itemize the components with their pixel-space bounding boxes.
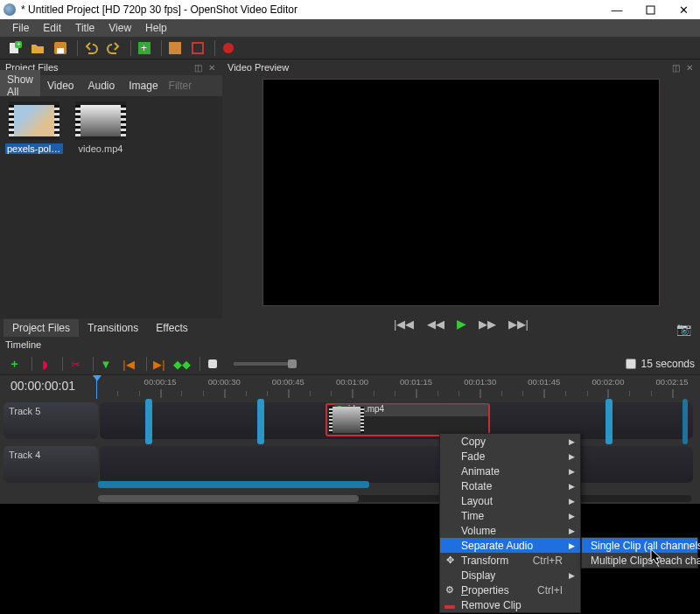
redo-button[interactable] xyxy=(104,39,123,57)
timeline-current-time: 00:00:00:01 xyxy=(10,379,75,393)
new-project-button[interactable]: + xyxy=(5,39,24,57)
app-icon xyxy=(4,3,16,16)
menu-item-label: Remove Clip xyxy=(461,599,522,611)
track-lane[interactable] xyxy=(100,446,693,483)
menu-view[interactable]: View xyxy=(102,20,138,36)
context-menu-item[interactable]: Rotate▶ xyxy=(440,478,580,493)
main-toolbar: + + xyxy=(0,37,700,59)
context-menu-item[interactable]: Display▶ xyxy=(440,568,580,583)
project-file-item[interactable]: video.mp4 xyxy=(72,101,130,154)
context-menu-item[interactable]: Remove Clip xyxy=(440,597,580,612)
marker-icon[interactable] xyxy=(682,399,688,444)
camera-icon[interactable]: 📷 xyxy=(676,322,691,336)
filter-image-tab[interactable]: Image xyxy=(122,76,164,95)
clip-thumbnail xyxy=(329,407,364,433)
menu-file[interactable]: File xyxy=(5,20,36,36)
track-label[interactable]: Track 4 xyxy=(4,446,98,483)
rewind-button[interactable]: ◀◀ xyxy=(427,317,444,331)
filter-audio-tab[interactable]: Audio xyxy=(81,76,122,95)
video-preview-panel: |◀◀ ◀◀ ▶ ▶▶ ▶▶| xyxy=(222,75,700,338)
jump-end-button[interactable]: ▶▶| xyxy=(508,317,528,331)
marker-icon[interactable] xyxy=(257,399,264,444)
save-project-button[interactable] xyxy=(51,39,70,57)
context-menu-item[interactable]: Separate Audio▶ xyxy=(440,538,580,553)
marker-icon[interactable] xyxy=(145,399,152,444)
menu-edit[interactable]: Edit xyxy=(36,20,68,36)
tab-effects[interactable]: Effects xyxy=(147,319,196,337)
fullscreen-button[interactable] xyxy=(188,39,207,57)
marker-icon[interactable] xyxy=(606,399,612,444)
ruler-tick: 00:02:15 xyxy=(656,377,689,387)
fast-forward-button[interactable]: ▶▶ xyxy=(479,317,496,331)
thumbnail-label: video.mp4 xyxy=(72,143,130,154)
play-button[interactable]: ▶ xyxy=(457,317,466,331)
video-preview-area[interactable] xyxy=(262,79,660,306)
import-files-button[interactable]: + xyxy=(135,39,154,57)
menubar: File Edit Title View Help xyxy=(0,19,700,37)
ruler-tick: 00:02:00 xyxy=(592,377,624,387)
snap-button[interactable]: ◗ xyxy=(36,356,53,372)
context-submenu-item[interactable]: Single Clip (all channels) xyxy=(582,538,697,553)
next-marker-button[interactable]: ▶| xyxy=(150,356,168,372)
clip-context-menu: Copy▶Fade▶Animate▶Rotate▶Layout▶Time▶Vol… xyxy=(439,433,581,613)
submenu-arrow-icon: ▶ xyxy=(569,497,575,506)
svg-rect-5 xyxy=(57,48,64,53)
context-menu-item[interactable]: Time▶ xyxy=(440,508,580,523)
context-menu-item[interactable]: ⚙PropertiesCtrl+I xyxy=(440,583,580,597)
timeline-scrollbar[interactable] xyxy=(98,495,691,502)
timeline-ruler[interactable]: 00:00:00:01 00:00:1500:00:3000:00:4500:0… xyxy=(0,374,700,399)
menu-item-icon xyxy=(444,600,456,611)
project-file-item[interactable]: pexels-polina-ta... xyxy=(5,101,63,154)
track-lane[interactable]: video.mp4 xyxy=(100,402,693,439)
context-menu-item[interactable]: Volume▶ xyxy=(440,523,580,538)
zoom-reset-button[interactable] xyxy=(204,356,221,372)
context-menu-item[interactable]: Layout▶ xyxy=(440,493,580,508)
timeline-panel-header: Timeline xyxy=(0,338,700,353)
svg-rect-0 xyxy=(647,6,654,14)
submenu-arrow-icon: ▶ xyxy=(569,527,575,535)
menu-item-shortcut: Ctrl+R xyxy=(533,555,563,567)
dock-controls-icon[interactable]: ◫ ✕ xyxy=(672,63,695,73)
zoom-slider[interactable] xyxy=(234,362,295,366)
submenu-arrow-icon: ▶ xyxy=(569,571,575,580)
undo-button[interactable] xyxy=(81,39,101,57)
ruler-tick: 00:01:45 xyxy=(528,377,560,387)
menu-item-label: Fade xyxy=(461,450,485,463)
add-track-button[interactable]: ＋ xyxy=(5,356,23,372)
menu-item-label: Rotate xyxy=(461,480,492,492)
profile-button[interactable] xyxy=(165,39,185,57)
export-video-button[interactable] xyxy=(219,39,238,57)
track-label[interactable]: Track 5 xyxy=(4,402,98,439)
center-playhead-button[interactable]: ◆◆ xyxy=(173,356,191,372)
menu-item-icon: ⚙ xyxy=(444,584,456,596)
tab-transitions[interactable]: Transitions xyxy=(79,319,147,337)
menu-item-label: Display xyxy=(461,569,495,582)
menu-item-label: Separate Audio xyxy=(461,540,533,552)
submenu-arrow-icon: ▶ xyxy=(569,482,575,491)
add-marker-button[interactable]: ▼ xyxy=(97,356,115,372)
context-menu-item[interactable]: Fade▶ xyxy=(440,449,580,464)
dock-controls-icon[interactable]: ◫ ✕ xyxy=(194,63,217,73)
audio-waveform[interactable] xyxy=(98,481,369,488)
menu-title[interactable]: Title xyxy=(68,20,102,36)
window-minimize-button[interactable]: — xyxy=(600,0,634,19)
razor-button[interactable]: ✂ xyxy=(66,356,84,372)
timeline-toolbar: ＋ ◗ ✂ ▼ |◀ ▶| ◆◆ 15 seconds xyxy=(0,353,700,374)
ruler-tick: 00:01:00 xyxy=(336,377,368,387)
window-titlebar: * Untitled Project [HD 720p 30 fps] - Op… xyxy=(0,0,700,19)
zoom-lock-checkbox[interactable] xyxy=(626,359,636,369)
window-close-button[interactable]: ✕ xyxy=(667,0,700,19)
jump-start-button[interactable]: |◀◀ xyxy=(394,317,414,331)
context-menu-item[interactable]: ✥TransformCtrl+R xyxy=(440,553,580,568)
timeline-track: Track 4 xyxy=(0,446,700,483)
filter-video-tab[interactable]: Video xyxy=(40,76,80,95)
tab-project-files[interactable]: Project Files xyxy=(4,319,79,337)
context-menu-item[interactable]: Animate▶ xyxy=(440,464,580,478)
open-project-button[interactable] xyxy=(28,39,47,57)
context-submenu-item[interactable]: Multiple Clips (each channel) xyxy=(582,553,697,568)
menu-help[interactable]: Help xyxy=(138,20,174,36)
timeline-clip[interactable]: video.mp4 xyxy=(326,403,490,436)
window-maximize-button[interactable] xyxy=(634,0,667,19)
context-menu-item[interactable]: Copy▶ xyxy=(440,434,580,449)
prev-marker-button[interactable]: |◀ xyxy=(120,356,137,372)
